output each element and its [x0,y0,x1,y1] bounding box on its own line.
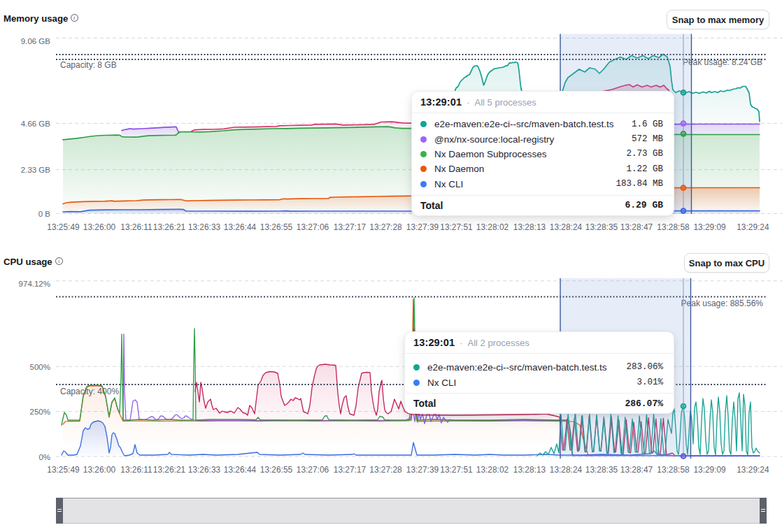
svg-text:13:26:33: 13:26:33 [188,222,221,232]
svg-text:13:27:39: 13:27:39 [406,465,439,475]
svg-text:13:26:00: 13:26:00 [83,222,116,232]
svg-text:13:27:17: 13:27:17 [334,465,367,475]
svg-text:13:28:35: 13:28:35 [585,222,618,232]
svg-text:13:28:13: 13:28:13 [513,465,546,475]
svg-text:13:29:09: 13:29:09 [693,222,726,232]
svg-text:0%: 0% [38,453,50,461]
svg-text:13:27:17: 13:27:17 [334,222,367,232]
svg-text:2.33 GB: 2.33 GB [21,166,51,174]
svg-text:13:29:24: 13:29:24 [737,222,769,232]
svg-text:13:26:11: 13:26:11 [120,222,152,232]
svg-text:13:27:51: 13:27:51 [440,465,473,475]
svg-text:250%: 250% [30,408,50,416]
svg-text:13:26:44: 13:26:44 [224,465,257,475]
svg-text:13:26:55: 13:26:55 [260,465,293,475]
svg-text:13:27:28: 13:27:28 [369,465,402,475]
svg-text:13:29:09: 13:29:09 [693,465,726,475]
svg-text:13:26:44: 13:26:44 [224,222,257,232]
svg-text:13:26:21: 13:26:21 [153,465,186,475]
svg-text:Peak usage: 8.24 GB: Peak usage: 8.24 GB [683,57,762,67]
svg-text:13:26:33: 13:26:33 [188,465,221,475]
svg-text:4.66 GB: 4.66 GB [21,120,51,128]
svg-text:Capacity: 400%: Capacity: 400% [60,387,119,396]
svg-text:13:26:21: 13:26:21 [153,222,186,232]
svg-text:500%: 500% [30,363,50,371]
svg-text:13:27:06: 13:27:06 [297,222,329,232]
svg-text:13:28:13: 13:28:13 [513,222,546,232]
svg-text:13:27:28: 13:27:28 [369,222,402,232]
svg-text:13:28:47: 13:28:47 [620,222,653,232]
svg-text:13:27:06: 13:27:06 [297,465,329,475]
svg-text:13:26:11: 13:26:11 [120,465,152,475]
svg-text:13:26:00: 13:26:00 [83,465,116,475]
svg-text:13:25:49: 13:25:49 [47,465,80,475]
svg-text:974.12%: 974.12% [19,280,50,288]
svg-text:13:28:02: 13:28:02 [476,465,509,475]
svg-text:13:28:47: 13:28:47 [620,465,653,475]
svg-text:13:28:58: 13:28:58 [657,465,690,475]
svg-text:13:28:02: 13:28:02 [476,222,509,232]
svg-text:9.06 GB: 9.06 GB [21,37,51,45]
svg-text:13:29:24: 13:29:24 [737,465,769,475]
svg-text:13:28:58: 13:28:58 [657,222,690,232]
svg-text:13:26:55: 13:26:55 [260,222,293,232]
svg-text:13:28:24: 13:28:24 [550,465,583,475]
svg-text:13:27:51: 13:27:51 [440,222,473,232]
svg-text:13:25:49: 13:25:49 [47,222,80,232]
svg-text:13:28:35: 13:28:35 [585,465,618,475]
svg-text:Peak usage: 885.56%: Peak usage: 885.56% [681,299,764,308]
svg-text:0 B: 0 B [38,210,51,218]
svg-text:13:28:24: 13:28:24 [550,222,583,232]
svg-text:13:27:39: 13:27:39 [406,222,439,232]
svg-text:Capacity: 8 GB: Capacity: 8 GB [60,60,117,70]
